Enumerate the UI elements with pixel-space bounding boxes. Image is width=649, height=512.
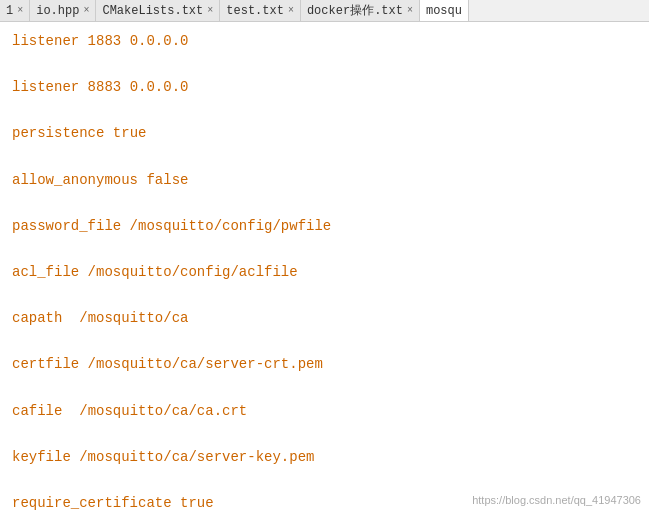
tab-io-hpp[interactable]: io.hpp× [30, 0, 96, 21]
code-line-7 [12, 192, 637, 215]
tab-1[interactable]: 1× [0, 0, 30, 21]
line-value-0: 1883 0.0.0.0 [79, 33, 188, 49]
code-line-13 [12, 330, 637, 353]
code-line-14: certfile /mosquitto/ca/server-crt.pem [12, 353, 637, 376]
line-value-20: true [172, 495, 214, 511]
tab-close-3[interactable]: × [288, 5, 294, 16]
code-line-3 [12, 99, 637, 122]
code-line-10: acl_file /mosquitto/config/aclfile [12, 261, 637, 284]
tab-CMakeLists-txt[interactable]: CMakeLists.txt× [96, 0, 220, 21]
tab-close-1[interactable]: × [83, 5, 89, 16]
line-value-8: /mosquitto/config/pwfile [121, 218, 331, 234]
code-line-5 [12, 145, 637, 168]
line-key-8: password_file [12, 218, 121, 234]
tab-close-4[interactable]: × [407, 5, 413, 16]
line-key-0: listener [12, 33, 79, 49]
code-line-18: keyfile /mosquitto/ca/server-key.pem [12, 446, 637, 469]
tab-bar: 1×io.hpp×CMakeLists.txt×test.txt×docker操… [0, 0, 649, 22]
line-value-12: /mosquitto/ca [62, 310, 188, 326]
line-key-12: capath [12, 310, 62, 326]
code-line-9 [12, 238, 637, 261]
line-value-4: true [104, 125, 146, 141]
editor-area: listener 1883 0.0.0.0 listener 8883 0.0.… [0, 22, 649, 512]
code-line-1 [12, 53, 637, 76]
line-key-10: acl_file [12, 264, 79, 280]
line-key-2: listener [12, 79, 79, 95]
tab-close-0[interactable]: × [17, 5, 23, 16]
code-line-0: listener 1883 0.0.0.0 [12, 30, 637, 53]
line-key-6: allow_anonymous [12, 172, 138, 188]
tab-test-txt[interactable]: test.txt× [220, 0, 301, 21]
code-line-16: cafile /mosquitto/ca/ca.crt [12, 400, 637, 423]
code-line-17 [12, 423, 637, 446]
tab-mosqu[interactable]: mosqu [420, 0, 469, 21]
code-line-11 [12, 284, 637, 307]
line-key-16: cafile [12, 403, 62, 419]
line-value-18: /mosquitto/ca/server-key.pem [71, 449, 315, 465]
code-line-8: password_file /mosquitto/config/pwfile [12, 215, 637, 238]
line-key-18: keyfile [12, 449, 71, 465]
code-line-6: allow_anonymous false [12, 169, 637, 192]
code-line-2: listener 8883 0.0.0.0 [12, 76, 637, 99]
tab-close-2[interactable]: × [207, 5, 213, 16]
line-key-4: persistence [12, 125, 104, 141]
code-line-19 [12, 469, 637, 492]
line-value-6: false [138, 172, 188, 188]
line-key-14: certfile [12, 356, 79, 372]
code-line-15 [12, 376, 637, 399]
watermark: https://blog.csdn.net/qq_41947306 [472, 494, 641, 506]
line-key-20: require_certificate [12, 495, 172, 511]
tab-docker---txt[interactable]: docker操作.txt× [301, 0, 420, 21]
line-value-16: /mosquitto/ca/ca.crt [62, 403, 247, 419]
code-line-12: capath /mosquitto/ca [12, 307, 637, 330]
code-line-4: persistence true [12, 122, 637, 145]
line-value-2: 8883 0.0.0.0 [79, 79, 188, 95]
line-value-14: /mosquitto/ca/server-crt.pem [79, 356, 323, 372]
line-value-10: /mosquitto/config/aclfile [79, 264, 297, 280]
